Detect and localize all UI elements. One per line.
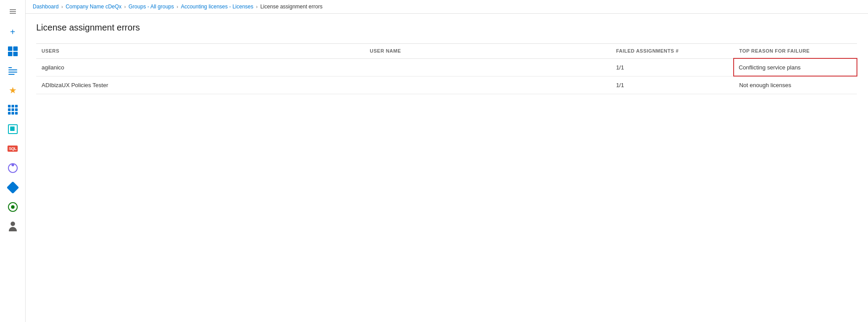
table-row[interactable]: agilanico1/1Conflicting service plans <box>36 58 857 76</box>
cell-users-0: agilanico <box>36 58 365 76</box>
grid-icon <box>8 105 18 115</box>
page-content-area: License assignment errors USERS USER NAM… <box>26 14 868 322</box>
box-icon <box>8 124 18 134</box>
sidebar: + ★ SQL <box>0 0 26 322</box>
sidebar-item-orbit[interactable] <box>4 159 22 177</box>
sidebar-item-grid[interactable] <box>4 101 22 119</box>
cell-reason-0: Conflicting service plans <box>734 58 857 76</box>
page-title: License assignment errors <box>36 23 857 33</box>
cell-failed-1: 1/1 <box>611 76 734 94</box>
sidebar-item-person[interactable] <box>4 218 22 235</box>
sidebar-item-diamond[interactable] <box>4 179 22 196</box>
sidebar-item-target[interactable] <box>4 198 22 216</box>
breadcrumb-dashboard[interactable]: Dashboard <box>33 4 59 10</box>
col-header-reason: TOP REASON FOR FAILURE <box>734 44 857 59</box>
cell-username-1 <box>365 76 611 94</box>
target-icon <box>8 202 18 212</box>
list-icon <box>8 67 17 75</box>
table-row[interactable]: ADIbizaUX Policies Tester1/1Not enough l… <box>36 76 857 94</box>
breadcrumb-sep-1: › <box>61 4 63 9</box>
diamond-icon <box>6 181 19 194</box>
breadcrumb-sep-2: › <box>124 4 126 9</box>
breadcrumb-current: License assignment errors <box>260 4 323 10</box>
sidebar-item-add[interactable]: + <box>4 23 22 41</box>
cell-users-1: ADIbizaUX Policies Tester <box>36 76 365 94</box>
sidebar-collapse-button[interactable] <box>5 4 21 19</box>
breadcrumb-sep-3: › <box>177 4 179 9</box>
col-header-users: USERS <box>36 44 365 59</box>
cell-reason-1: Not enough licenses <box>734 76 857 94</box>
sidebar-item-packages[interactable] <box>4 120 22 138</box>
svg-rect-2 <box>10 13 16 14</box>
main-content: Dashboard › Company Name cDeQx › Groups … <box>26 0 868 322</box>
dashboard-icon <box>8 46 18 56</box>
svg-rect-1 <box>10 11 16 12</box>
breadcrumb: Dashboard › Company Name cDeQx › Groups … <box>26 0 868 14</box>
breadcrumb-licenses[interactable]: Accounting licenses - Licenses <box>181 4 253 10</box>
svg-rect-0 <box>10 9 16 10</box>
cell-username-0 <box>365 58 611 76</box>
table-body: agilanico1/1Conflicting service plansADI… <box>36 58 857 94</box>
star-icon: ★ <box>9 85 17 96</box>
cell-failed-0: 1/1 <box>611 58 734 76</box>
breadcrumb-sep-4: › <box>256 4 258 9</box>
breadcrumb-company[interactable]: Company Name cDeQx <box>65 4 122 10</box>
col-header-username: USER NAME <box>365 44 611 59</box>
table-header-row: USERS USER NAME FAILED ASSIGNMENTS # TOP… <box>36 44 857 59</box>
person-icon <box>8 222 17 231</box>
orbit-icon <box>8 163 18 173</box>
sidebar-item-sql[interactable]: SQL <box>4 140 22 157</box>
breadcrumb-groups[interactable]: Groups - All groups <box>129 4 174 10</box>
sidebar-item-list[interactable] <box>4 62 22 80</box>
license-errors-table: USERS USER NAME FAILED ASSIGNMENTS # TOP… <box>36 43 857 94</box>
sql-icon: SQL <box>8 146 18 152</box>
col-header-failed: FAILED ASSIGNMENTS # <box>611 44 734 59</box>
plus-icon: + <box>7 26 19 38</box>
sidebar-item-dashboard[interactable] <box>4 42 22 60</box>
sidebar-item-favorites[interactable]: ★ <box>4 81 22 99</box>
